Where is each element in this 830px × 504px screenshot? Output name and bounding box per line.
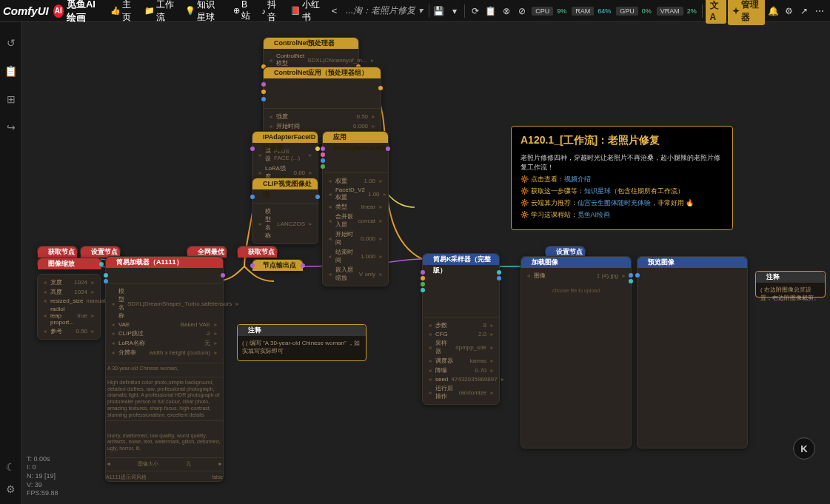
note-title[interactable]: 注释 <box>238 325 366 336</box>
field-value[interactable]: dpmpp_sde <box>455 344 486 351</box>
field-value[interactable]: linear <box>361 204 375 210</box>
field-value[interactable]: 0.60 <box>293 169 305 176</box>
group-set-node-2[interactable]: 设置节点 <box>545 246 586 257</box>
node-preview-image[interactable]: 预览图像 <box>637 256 748 448</box>
field-value[interactable]: concat <box>358 218 375 224</box>
node-title[interactable]: 简易K采样器（完整版） <box>423 254 499 265</box>
info-link[interactable]: 知识星球 <box>584 187 611 195</box>
field-value[interactable]: true <box>77 312 87 319</box>
node-ksampler[interactable]: 简易K采样器（完整版） ◄步数8► ◄CFG2.0► ◄采样器dpmpp_sde… <box>422 253 500 405</box>
group-title[interactable]: 图像缩放 <box>38 258 101 269</box>
more-button[interactable]: ⋯ <box>813 3 827 19</box>
field-value[interactable]: 2.0 <box>478 331 486 337</box>
upload-button[interactable]: choose file to upload <box>526 280 626 300</box>
group-set-node[interactable]: 设置节点 <box>80 246 121 257</box>
output-icon[interactable]: ↪ <box>7 121 16 133</box>
group-image-scale[interactable]: 图像缩放 <box>37 258 102 269</box>
node-output[interactable]: 节点输出点 <box>252 259 304 270</box>
field-value[interactable]: 无 <box>186 460 191 468</box>
nodes-icon[interactable]: ⊞ <box>7 93 16 105</box>
workflow-breadcrumb[interactable]: ...淘：老照片修复 ▾ <box>343 4 425 17</box>
node-title[interactable]: CLIP视觉图像处理 <box>252 178 318 189</box>
theme-icon[interactable]: ☾ <box>6 461 16 473</box>
save-button[interactable]: 💾 <box>432 3 446 19</box>
node-note[interactable]: 注释 ( ( 编写 "A 30-year-old Chinese woman" … <box>237 324 367 361</box>
field-value[interactable]: V only <box>359 271 375 278</box>
clear-button[interactable]: ⊗ <box>499 3 513 19</box>
field-value[interactable]: 1024 <box>74 279 87 286</box>
history-icon[interactable]: ↺ <box>7 37 16 49</box>
positive-prompt[interactable]: High definition color photo,simple backg… <box>106 377 223 418</box>
node-ipadapter-apply[interactable]: 应用IPAdapterFaceID ◄权重1.00► ◄FaceID_V2权重1… <box>322 131 389 286</box>
node-loader-fields[interactable]: ◄宽度1024► ◄高度1024► ◄resized_sizemanual► ◄… <box>37 274 101 340</box>
save-dropdown[interactable]: ▾ <box>447 3 461 19</box>
refresh-button[interactable]: ⟳ <box>468 3 482 19</box>
node-title[interactable]: 节点输出点 <box>252 260 303 271</box>
group-get-node[interactable]: 获取节点 <box>37 246 78 257</box>
field-value[interactable]: randomize <box>459 389 486 396</box>
field-value[interactable]: 8 <box>483 322 486 329</box>
field-value[interactable]: SDXL|DreamShaper_Turbo.safetensors <box>127 300 232 307</box>
nav-bilibili[interactable]: ⊕B站 <box>229 0 256 22</box>
field-value[interactable]: 47432035869897 <box>451 376 497 383</box>
info-link[interactable]: 视频介绍 <box>564 175 591 183</box>
node-title[interactable]: 加载图像 <box>521 257 631 268</box>
negative-prompt[interactable]: blurry, malformed, low quality, worst qu… <box>106 420 223 454</box>
share-icon[interactable]: < <box>327 5 342 16</box>
field-value[interactable]: 1 (4).jpg <box>597 272 618 279</box>
field-value[interactable]: 0.000 <box>353 123 368 130</box>
field-value[interactable]: 0.50 <box>356 113 368 120</box>
queue-icon[interactable]: 📋 <box>4 65 17 77</box>
field-value[interactable]: Baked VAE <box>181 321 210 328</box>
group-title[interactable]: 获取节点 <box>38 246 77 258</box>
notify-button[interactable]: 🔔 <box>766 3 780 19</box>
export-button[interactable]: ↗ <box>797 3 811 19</box>
node-easy-loader[interactable]: 简易加载器（A1111） ◄模型名称SDXL|DreamShaper_Turbo… <box>105 256 224 482</box>
field-value[interactable]: width x height (custom) <box>150 349 210 356</box>
group-get-node-2[interactable]: 获取节点 <box>237 246 278 257</box>
note-title[interactable]: 注释 <box>756 272 825 283</box>
field-value[interactable]: LANCZOS <box>277 221 305 227</box>
group-all-refresh[interactable]: 全网最优 <box>187 246 227 257</box>
nav-xiaohongshu[interactable]: 📕小红书 <box>286 0 325 24</box>
nav-douyin[interactable]: ♪抖音 <box>258 0 285 24</box>
field-value[interactable]: 1.000 <box>361 253 375 260</box>
node-title[interactable]: IPAdapterFaceID生成器 <box>252 132 318 143</box>
node-title[interactable]: 预览图像 <box>637 257 747 268</box>
group-title[interactable]: 获取节点 <box>238 246 277 258</box>
node-title[interactable]: ControlNet预处理器 <box>264 38 358 49</box>
field-value[interactable]: 1.00 <box>364 178 375 184</box>
language-button[interactable]: 文A <box>706 0 726 24</box>
float-k-button[interactable]: K <box>793 437 815 460</box>
graph-canvas[interactable]: ControlNet预处理器 ◄ControlNet模型SDXL|CNcanny… <box>22 22 830 504</box>
info-link[interactable]: 仙宫云生图体随时充体验 <box>578 199 651 206</box>
field-value[interactable]: false <box>212 474 223 480</box>
field-value[interactable]: 1024 <box>74 289 87 295</box>
field-value[interactable]: manual <box>86 298 105 304</box>
info-link[interactable]: 觅鱼AI绘画 <box>578 211 611 218</box>
field-value[interactable]: 无 <box>204 339 210 347</box>
node-load-image[interactable]: 加载图像 ◄图像1 (4).jpg► choose file to upload <box>521 256 632 448</box>
field-value[interactable]: 0.000 <box>361 235 375 242</box>
settings-button[interactable]: ⚙ <box>782 3 796 19</box>
block-button[interactable]: ⊘ <box>515 3 529 19</box>
nav-workflow[interactable]: 📁工作流 <box>140 0 179 24</box>
field-value[interactable]: 0.70 <box>475 367 486 374</box>
node-title[interactable]: 简易加载器（A1111） <box>106 257 223 268</box>
node-title[interactable]: ControlNet应用（预处理器组） <box>264 67 381 78</box>
clipboard-button[interactable]: 📋 <box>483 3 498 19</box>
field-value[interactable]: karras <box>470 357 486 364</box>
field-value[interactable]: SDXL|CNcannyof_m... <box>307 57 367 64</box>
prompt-line[interactable]: A 30-year-old Chinese woman, <box>106 363 223 374</box>
field-value[interactable]: 0.50 <box>76 328 87 335</box>
field-value[interactable]: 1.00 <box>368 191 380 198</box>
field-value[interactable]: -2 <box>205 330 210 337</box>
gear-icon[interactable]: ⚙ <box>6 483 16 495</box>
circle-plus-icon: ⊕ <box>233 6 240 16</box>
nav-home[interactable]: 👍主页 <box>106 0 138 24</box>
node-clip-vision[interactable]: CLIP视觉图像处理 ◄模型名称LANCZOS► <box>252 178 318 244</box>
node-title[interactable]: 应用IPAdapterFaceID <box>323 132 388 143</box>
node-note-right[interactable]: 注释 ( 右边附图像总览设置，右边附图像裁剪。 <box>755 271 826 298</box>
manager-button[interactable]: ✦管理器 <box>728 0 765 25</box>
nav-planet[interactable]: 💡知识星球 <box>181 0 227 24</box>
